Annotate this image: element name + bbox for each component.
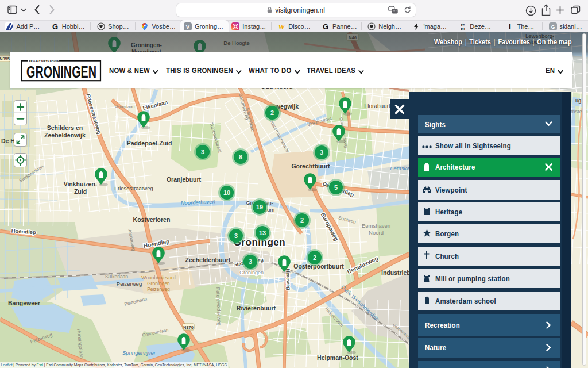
svg-text:19: 19 bbox=[256, 204, 263, 210]
svg-text:V: V bbox=[186, 24, 190, 30]
svg-text:W: W bbox=[278, 22, 285, 30]
svg-text:Paddepoel-Zuid: Paddepoel-Zuid bbox=[127, 140, 172, 147]
svg-text:en: en bbox=[461, 26, 465, 30]
svg-text:G: G bbox=[551, 24, 555, 30]
svg-text:3: 3 bbox=[234, 232, 238, 239]
svg-text:Florabuurt: Florabuurt bbox=[364, 103, 390, 109]
svg-text:Peizerweg: Peizerweg bbox=[147, 286, 170, 292]
svg-text:GRONINGEN: GRONINGEN bbox=[26, 62, 96, 81]
svg-text:Zeeheldenbuurt: Zeeheldenbuurt bbox=[185, 256, 231, 263]
svg-text:Groningen: Groningen bbox=[147, 281, 170, 286]
svg-text:I: I bbox=[509, 22, 512, 30]
svg-text:Woonboulevard: Woonboulevard bbox=[141, 275, 176, 281]
svg-text:N370: N370 bbox=[183, 325, 194, 330]
svg-text:2: 2 bbox=[270, 109, 274, 116]
svg-text:8: 8 bbox=[239, 154, 242, 160]
svg-text:Zeeheldenwijk: Zeeheldenwijk bbox=[44, 132, 86, 139]
svg-text:G: G bbox=[323, 22, 328, 30]
svg-text:Schilders en: Schilders en bbox=[47, 124, 83, 131]
svg-text:3: 3 bbox=[249, 258, 252, 265]
svg-text:2: 2 bbox=[313, 254, 316, 261]
svg-text:Suikerlaan: Suikerlaan bbox=[105, 274, 128, 279]
svg-text:3: 3 bbox=[201, 148, 204, 155]
svg-text:Springervijver: Springervijver bbox=[122, 350, 156, 356]
svg-text:2: 2 bbox=[300, 217, 304, 224]
svg-text:Helpman-Oost: Helpman-Oost bbox=[317, 354, 358, 361]
svg-text:Bangeweer: Bangeweer bbox=[8, 300, 40, 306]
svg-text:Gorechtbuurt: Gorechtbuurt bbox=[291, 163, 330, 170]
svg-text:Peizerweg: Peizerweg bbox=[117, 281, 142, 287]
svg-text:Eemshaven: Eemshaven bbox=[362, 223, 390, 229]
svg-text:Noord: Noord bbox=[369, 229, 384, 236]
svg-text:Zuid: Zuid bbox=[74, 188, 87, 195]
svg-text:Friesestraatweg: Friesestraatweg bbox=[114, 185, 153, 191]
svg-text:5: 5 bbox=[334, 184, 338, 191]
svg-text:Vinkhuizen-: Vinkhuizen- bbox=[64, 181, 98, 187]
svg-text:Venuslaan: Venuslaan bbox=[114, 104, 134, 109]
svg-text:13: 13 bbox=[259, 229, 266, 236]
svg-text:Groningen: Groningen bbox=[239, 270, 264, 275]
svg-text:10: 10 bbox=[223, 189, 230, 196]
svg-text:G: G bbox=[52, 22, 58, 30]
svg-text:Oranjebuurt: Oranjebuurt bbox=[167, 176, 202, 183]
svg-text:ug: ug bbox=[575, 98, 581, 103]
svg-text:Kostverloren: Kostverloren bbox=[133, 216, 171, 223]
svg-text:Rivierenbuurt: Rivierenbuurt bbox=[237, 305, 276, 312]
svg-text:3: 3 bbox=[320, 149, 323, 156]
